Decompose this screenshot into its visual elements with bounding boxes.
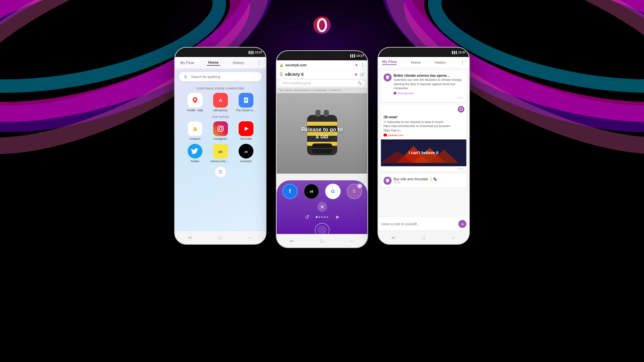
flow-card1-title: Better climate science has opene... (394, 73, 464, 78)
phone2-nav-back[interactable]: ← (350, 238, 354, 244)
twitter-icon (187, 144, 202, 159)
svg-point-13 (194, 99, 196, 101)
genius-kitchen-label: Genius Kitchen (210, 160, 230, 163)
phone-browser: ▐▐▐ 13:27 🔒 society6.com ➤ ⋮ ☰ sø̈ciety … (276, 50, 368, 248)
svg-rect-40 (358, 185, 361, 187)
breadcrumb: S6 / BAGS / BACKPACKS / SUNSHINE × STRIP… (277, 87, 368, 93)
speed-dial-icons: f s6 G 5 (282, 184, 362, 199)
phone-home: ▐▐▐ 13:27 My Flow Home History ⋮ G CONTI… (174, 47, 267, 245)
phone3-nav-share[interactable]: ↩ (391, 235, 395, 240)
flow-avatar-1 (384, 73, 392, 81)
sd-society6-icon[interactable]: s6 (304, 184, 319, 199)
browser-more-icon[interactable]: ⋮ (360, 62, 365, 68)
sd-refresh-icon[interactable]: ↺ (305, 214, 309, 220)
svg-rect-41 (460, 108, 463, 111)
app-genius-kitchen[interactable]: GK Genius Kitchen (210, 144, 231, 163)
browser-send-icon[interactable]: ➤ (355, 63, 358, 67)
sd-forward-icon[interactable]: ➤ (335, 214, 339, 220)
svg-rect-30 (307, 122, 337, 126)
cart-icon[interactable]: 🛒 (360, 72, 365, 77)
sd-home-button[interactable] (315, 223, 329, 234)
flow-note-input[interactable] (381, 222, 457, 226)
opera-logo (313, 16, 331, 34)
phone-myflow: ▐▐▐ 13:27 My Flow Home History ⋮ (378, 47, 470, 245)
app-instagram[interactable]: Instagram (210, 121, 231, 140)
flow-card-video: Oh wow! ✔ Subscribe to our channel to ke… (381, 105, 467, 171)
phone1-continue-apps: Amalfi - Italy A AliExpress The Great st… (175, 93, 266, 112)
app-society6[interactable]: s6 Society6 (235, 144, 257, 163)
flow-card1-body: Scientists can now link disasters to cli… (394, 78, 464, 90)
app-docs[interactable]: The Great stor... (235, 93, 257, 112)
phone1-search-input[interactable] (191, 75, 258, 79)
instagram-icon (213, 121, 228, 136)
flow-card1-time: 13:17 (384, 96, 464, 99)
site-header: ☰ sø̈ciety 6 ★ 🛒 (277, 70, 368, 79)
phone1-search-container: G (175, 69, 266, 85)
phone3-nav-back[interactable]: ← (451, 235, 456, 240)
phone1-top-apps-row2: Twitter GK Genius Kitchen s6 Society6 (175, 144, 266, 163)
phone1-tab-myflow[interactable]: My Flow (179, 60, 196, 65)
svg-rect-20 (245, 101, 246, 102)
flow-send-badge (458, 106, 465, 113)
phone2-nav-share[interactable]: ↩ (290, 238, 294, 244)
phone1-nav-back[interactable]: ← (248, 235, 253, 240)
speed-dial-overlay: f s6 G 5 ✕ (277, 180, 368, 234)
phone2-nav-square[interactable]: □ (320, 238, 323, 244)
flow-note-time: 16:52 (394, 181, 464, 184)
flow-card-note: Buy milk and chocolate 🥛🍫 16:52 (381, 174, 467, 187)
app-maps[interactable]: Amalfi - Italy (184, 93, 206, 112)
phone3-nav-more[interactable]: ⋮ (460, 60, 465, 65)
sd-tabs-icon[interactable]: 5 (346, 184, 362, 199)
menu-icon[interactable]: ☰ (279, 72, 283, 77)
twitter-label: Twitter (191, 160, 200, 163)
app-youtube[interactable]: YouTube (235, 121, 257, 140)
site-search-bar[interactable]: Find something great 🔍 (279, 80, 365, 86)
phones-container: ▐▐▐ 13:27 My Flow Home History ⋮ G CONTI… (174, 47, 470, 248)
phone1-status-bar: ▐▐▐ 13:27 (175, 48, 266, 57)
release-overlay: Release to go to a tab (299, 126, 345, 140)
phone1-time: 13:27 (255, 51, 262, 54)
phone1-tab-history[interactable]: History (231, 60, 246, 65)
sd-close-button[interactable]: ✕ (317, 202, 327, 212)
sd-tabs-badge (357, 184, 362, 188)
site-search-icon: 🔍 (358, 81, 362, 85)
menu-fab[interactable]: ☰ (215, 166, 226, 178)
phone3-tab-history[interactable]: History (435, 60, 446, 64)
phone2-signal: ▐▐▐ (349, 54, 355, 57)
phone3-tab-home[interactable]: Home (411, 60, 421, 64)
ssl-indicator: 🔒 (279, 63, 283, 67)
thumbnail-text: I can't believe it (409, 150, 439, 155)
flow-avatar-3 (384, 177, 392, 185)
phone3-bottom-nav: ↩ □ ← (378, 231, 469, 244)
instagram-label: Instagram (214, 137, 227, 140)
phone3-signal: ▐▐▐ (451, 51, 457, 54)
star-icon[interactable]: ★ (354, 72, 358, 77)
phone1-tab-home[interactable]: Home (207, 60, 220, 66)
app-amazon[interactable]: a Amazon (184, 121, 206, 140)
sd-facebook-icon[interactable]: f (282, 184, 298, 199)
sd-dot-3 (321, 216, 323, 218)
flow-source-dot-1 (394, 92, 396, 95)
flow-input-area: ➤ (378, 217, 469, 231)
svg-rect-19 (245, 100, 247, 101)
phone3-nav-square[interactable]: □ (422, 235, 425, 240)
flow-video-thumbnail[interactable]: I can't believe it (381, 139, 467, 166)
svg-text:G: G (331, 189, 335, 194)
maps-icon (187, 93, 202, 108)
sd-dot-5 (327, 216, 328, 218)
flow-note-text: Buy milk and chocolate 🥛🍫 (394, 177, 464, 181)
app-aliexpress[interactable]: A AliExpress (210, 93, 231, 112)
phone1-nav-more[interactable]: ⋮ (257, 60, 262, 65)
phone1-nav-square[interactable]: □ (219, 235, 221, 240)
app-twitter[interactable]: Twitter (184, 144, 206, 163)
phone1-nav-share[interactable]: ↩ (188, 235, 192, 240)
flow-note-content: Buy milk and chocolate 🥛🍫 16:52 (394, 177, 464, 184)
aliexpress-icon: A (213, 93, 228, 108)
sd-dot-1 (316, 216, 318, 218)
phone1-search-bar[interactable]: G (179, 72, 262, 81)
sd-google-icon[interactable]: G (325, 184, 340, 199)
browser-url-text[interactable]: society6.com (285, 63, 353, 67)
flow-send-button[interactable]: ➤ (459, 220, 467, 228)
phone3-tab-myflow[interactable]: My Flow (382, 60, 397, 65)
release-text: Release to go to a tab (299, 126, 345, 140)
